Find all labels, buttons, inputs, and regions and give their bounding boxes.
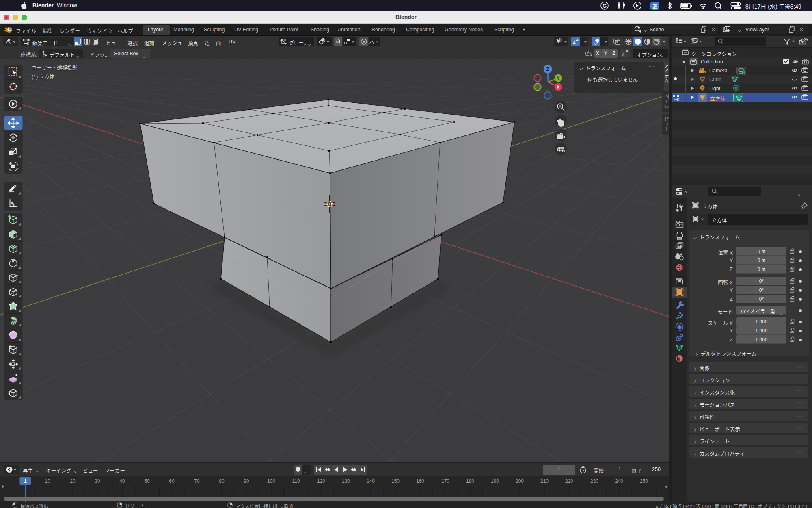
svg-text:160: 160 [416, 478, 424, 484]
svg-text:200: 200 [516, 478, 524, 484]
svg-text:100: 100 [267, 478, 275, 484]
svg-text:あ: あ [652, 3, 657, 9]
svg-text:180: 180 [466, 478, 474, 484]
svg-text:70: 70 [194, 478, 200, 484]
svg-text:220: 220 [565, 478, 573, 484]
svg-text:Y: Y [557, 76, 559, 80]
svg-text:230: 230 [590, 478, 598, 484]
svg-text:50: 50 [144, 478, 150, 484]
svg-text:X: X [557, 85, 559, 89]
svg-text:190: 190 [491, 478, 499, 484]
svg-text:40: 40 [119, 478, 125, 484]
svg-text:250: 250 [640, 478, 648, 484]
svg-text:Z: Z [546, 67, 549, 72]
svg-text:80: 80 [219, 478, 225, 484]
svg-text:1: 1 [24, 478, 27, 484]
svg-text:170: 170 [441, 478, 449, 484]
svg-text:G: G [603, 3, 607, 9]
svg-text:10: 10 [45, 478, 50, 484]
svg-text:60: 60 [169, 478, 175, 484]
svg-text:130: 130 [342, 478, 350, 484]
svg-text:140: 140 [367, 478, 375, 484]
svg-text:20: 20 [70, 478, 76, 484]
svg-text:150: 150 [391, 478, 400, 484]
svg-text:30: 30 [95, 478, 100, 484]
svg-text:90: 90 [244, 478, 249, 484]
svg-text:240: 240 [615, 478, 623, 484]
svg-text:110: 110 [292, 478, 300, 484]
svg-text:210: 210 [540, 478, 549, 484]
svg-text:120: 120 [317, 478, 325, 484]
